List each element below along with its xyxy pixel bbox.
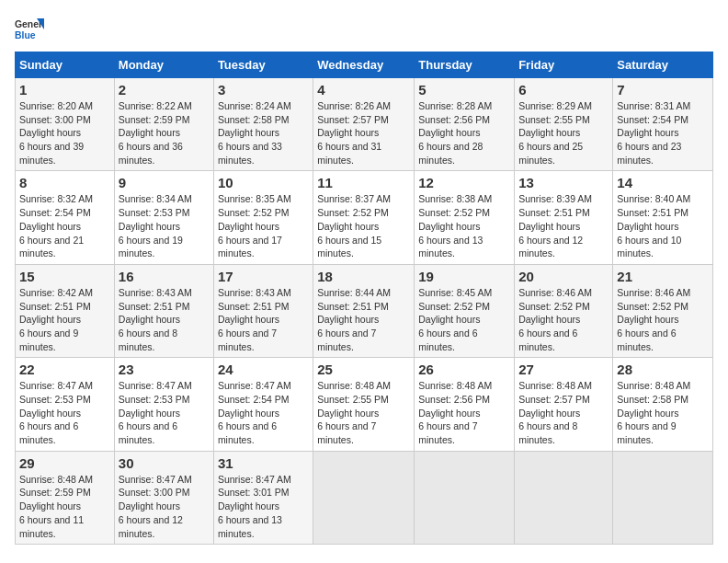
day-info: Sunrise: 8:47 AMSunset: 2:54 PMDaylight … [218,379,309,446]
day-info: Sunrise: 8:29 AMSunset: 2:55 PMDaylight … [518,99,609,167]
day-info: Sunrise: 8:48 AMSunset: 2:57 PMDaylight … [518,379,609,446]
calendar-header-row: SundayMondayTuesdayWednesdayThursdayFrid… [16,52,713,78]
day-info: Sunrise: 8:43 AMSunset: 2:51 PMDaylight … [119,286,210,353]
day-info: Sunrise: 8:40 AMSunset: 2:51 PMDaylight … [617,192,709,259]
calendar-cell [313,451,415,544]
day-info: Sunrise: 8:45 AMSunset: 2:52 PMDaylight … [418,286,510,353]
calendar-cell: 17Sunrise: 8:43 AMSunset: 2:51 PMDayligh… [213,264,313,357]
day-info: Sunrise: 8:47 AMSunset: 3:01 PMDaylight … [218,473,309,540]
calendar-cell: 13Sunrise: 8:39 AMSunset: 2:51 PMDayligh… [515,171,613,264]
calendar-cell: 2Sunrise: 8:22 AMSunset: 2:59 PMDaylight… [114,78,213,171]
calendar-cell: 14Sunrise: 8:40 AMSunset: 2:51 PMDayligh… [613,171,713,264]
day-number: 4 [317,82,410,98]
day-info: Sunrise: 8:37 AMSunset: 2:52 PMDaylight … [317,192,410,259]
calendar-cell: 15Sunrise: 8:42 AMSunset: 2:51 PMDayligh… [16,264,115,357]
calendar-cell [415,451,515,544]
day-number: 31 [218,455,309,471]
day-number: 12 [418,175,510,190]
column-header-friday: Friday [515,52,613,78]
day-number: 2 [119,82,210,98]
day-info: Sunrise: 8:48 AMSunset: 2:56 PMDaylight … [418,379,510,446]
logo-icon: General Blue [15,15,44,44]
calendar-cell: 29Sunrise: 8:48 AMSunset: 2:59 PMDayligh… [16,451,115,544]
calendar-week-1: 1Sunrise: 8:20 AMSunset: 3:00 PMDaylight… [16,78,713,171]
calendar-cell: 3Sunrise: 8:24 AMSunset: 2:58 PMDaylight… [213,78,313,171]
day-number: 19 [418,269,510,284]
calendar-cell: 31Sunrise: 8:47 AMSunset: 3:01 PMDayligh… [213,451,313,544]
day-info: Sunrise: 8:35 AMSunset: 2:52 PMDaylight … [218,192,309,259]
day-number: 21 [617,269,709,284]
day-info: Sunrise: 8:46 AMSunset: 2:52 PMDaylight … [617,286,709,353]
day-number: 20 [518,269,609,284]
day-number: 1 [19,82,110,98]
calendar-cell: 27Sunrise: 8:48 AMSunset: 2:57 PMDayligh… [515,358,613,451]
day-number: 28 [617,362,709,377]
calendar-cell: 25Sunrise: 8:48 AMSunset: 2:55 PMDayligh… [313,358,415,451]
day-info: Sunrise: 8:43 AMSunset: 2:51 PMDaylight … [218,286,309,353]
calendar-cell: 4Sunrise: 8:26 AMSunset: 2:57 PMDaylight… [313,78,415,171]
calendar-cell: 24Sunrise: 8:47 AMSunset: 2:54 PMDayligh… [213,358,313,451]
column-header-tuesday: Tuesday [213,52,313,78]
day-number: 30 [119,455,210,471]
day-info: Sunrise: 8:34 AMSunset: 2:53 PMDaylight … [119,192,210,259]
logo: General Blue [15,15,48,44]
day-number: 5 [418,82,510,98]
column-header-sunday: Sunday [16,52,115,78]
day-number: 3 [218,82,309,98]
calendar-cell: 11Sunrise: 8:37 AMSunset: 2:52 PMDayligh… [313,171,415,264]
day-info: Sunrise: 8:47 AMSunset: 2:53 PMDaylight … [119,379,210,446]
calendar-cell: 12Sunrise: 8:38 AMSunset: 2:52 PMDayligh… [415,171,515,264]
day-info: Sunrise: 8:46 AMSunset: 2:52 PMDaylight … [518,286,609,353]
day-number: 24 [218,362,309,377]
calendar-cell: 26Sunrise: 8:48 AMSunset: 2:56 PMDayligh… [415,358,515,451]
day-info: Sunrise: 8:31 AMSunset: 2:54 PMDaylight … [617,99,709,167]
calendar-week-3: 15Sunrise: 8:42 AMSunset: 2:51 PMDayligh… [16,264,713,357]
day-number: 26 [418,362,510,377]
calendar-cell [613,451,713,544]
day-info: Sunrise: 8:44 AMSunset: 2:51 PMDaylight … [317,286,410,353]
day-number: 11 [317,175,410,190]
day-number: 15 [19,269,110,284]
day-info: Sunrise: 8:20 AMSunset: 3:00 PMDaylight … [19,99,110,167]
page-header: General Blue [15,15,713,44]
day-number: 6 [518,82,609,98]
calendar-week-4: 22Sunrise: 8:47 AMSunset: 2:53 PMDayligh… [16,358,713,451]
day-number: 7 [617,82,709,98]
calendar-cell: 5Sunrise: 8:28 AMSunset: 2:56 PMDaylight… [415,78,515,171]
calendar-cell: 23Sunrise: 8:47 AMSunset: 2:53 PMDayligh… [114,358,213,451]
calendar-cell: 22Sunrise: 8:47 AMSunset: 2:53 PMDayligh… [16,358,115,451]
day-info: Sunrise: 8:38 AMSunset: 2:52 PMDaylight … [418,192,510,259]
day-info: Sunrise: 8:42 AMSunset: 2:51 PMDaylight … [19,286,110,353]
day-info: Sunrise: 8:22 AMSunset: 2:59 PMDaylight … [119,99,210,167]
calendar-cell [515,451,613,544]
day-info: Sunrise: 8:47 AMSunset: 2:53 PMDaylight … [19,379,110,446]
calendar-cell: 30Sunrise: 8:47 AMSunset: 3:00 PMDayligh… [114,451,213,544]
day-info: Sunrise: 8:48 AMSunset: 2:59 PMDaylight … [19,473,110,540]
calendar-cell: 6Sunrise: 8:29 AMSunset: 2:55 PMDaylight… [515,78,613,171]
calendar-cell: 1Sunrise: 8:20 AMSunset: 3:00 PMDaylight… [16,78,115,171]
calendar-week-2: 8Sunrise: 8:32 AMSunset: 2:54 PMDaylight… [16,171,713,264]
calendar-week-5: 29Sunrise: 8:48 AMSunset: 2:59 PMDayligh… [16,451,713,544]
day-number: 29 [19,455,110,471]
calendar-cell: 9Sunrise: 8:34 AMSunset: 2:53 PMDaylight… [114,171,213,264]
day-number: 22 [19,362,110,377]
calendar-cell: 7Sunrise: 8:31 AMSunset: 2:54 PMDaylight… [613,78,713,171]
column-header-wednesday: Wednesday [313,52,415,78]
calendar-cell: 10Sunrise: 8:35 AMSunset: 2:52 PMDayligh… [213,171,313,264]
day-info: Sunrise: 8:48 AMSunset: 2:55 PMDaylight … [317,379,410,446]
day-number: 27 [518,362,609,377]
day-info: Sunrise: 8:39 AMSunset: 2:51 PMDaylight … [518,192,609,259]
day-number: 18 [317,269,410,284]
calendar-cell: 8Sunrise: 8:32 AMSunset: 2:54 PMDaylight… [16,171,115,264]
day-info: Sunrise: 8:47 AMSunset: 3:00 PMDaylight … [119,473,210,540]
calendar-cell: 20Sunrise: 8:46 AMSunset: 2:52 PMDayligh… [515,264,613,357]
day-number: 17 [218,269,309,284]
calendar-cell: 28Sunrise: 8:48 AMSunset: 2:58 PMDayligh… [613,358,713,451]
column-header-monday: Monday [114,52,213,78]
day-number: 9 [119,175,210,190]
day-info: Sunrise: 8:48 AMSunset: 2:58 PMDaylight … [617,379,709,446]
day-info: Sunrise: 8:26 AMSunset: 2:57 PMDaylight … [317,99,410,167]
day-number: 14 [617,175,709,190]
calendar-cell: 21Sunrise: 8:46 AMSunset: 2:52 PMDayligh… [613,264,713,357]
calendar-cell: 16Sunrise: 8:43 AMSunset: 2:51 PMDayligh… [114,264,213,357]
